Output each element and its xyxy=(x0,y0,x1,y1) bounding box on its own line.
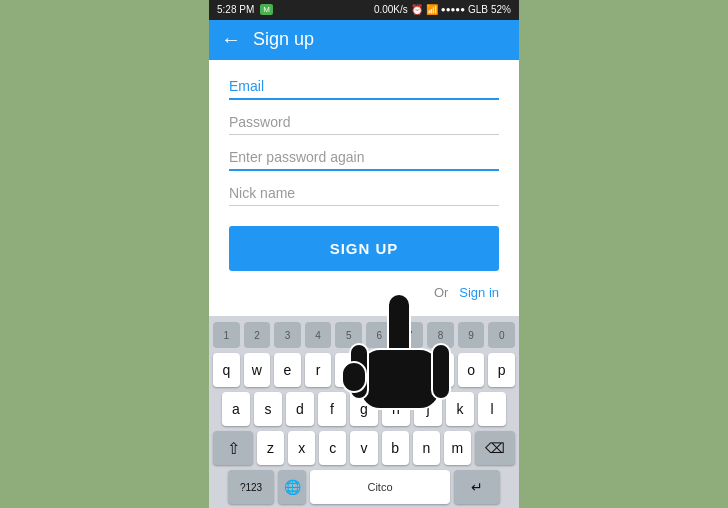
key-8[interactable]: 8 xyxy=(427,322,454,348)
key-9[interactable]: 9 xyxy=(458,322,485,348)
shift-key[interactable]: ⇧ xyxy=(213,431,253,465)
alarm-icon: ⏰ xyxy=(411,4,423,15)
message-icon: M xyxy=(260,4,273,15)
key-6[interactable]: 6 xyxy=(366,322,393,348)
password-input[interactable] xyxy=(229,106,499,135)
nickname-field-group xyxy=(229,177,499,206)
status-left: 5:28 PM M xyxy=(217,4,273,15)
confirm-password-input[interactable] xyxy=(229,141,499,171)
key-5[interactable]: 5 xyxy=(335,322,362,348)
key-a[interactable]: a xyxy=(222,392,250,426)
qwerty-row: q w e r t y u i o p xyxy=(213,353,515,387)
wifi-icon: 📶 xyxy=(426,4,438,15)
key-w[interactable]: w xyxy=(244,353,271,387)
zxcv-row: ⇧ z x c v b n m ⌫ xyxy=(213,431,515,465)
bottom-row: ?123 🌐 Citco ↵ xyxy=(213,470,515,504)
key-4[interactable]: 4 xyxy=(305,322,332,348)
space-key[interactable]: Citco xyxy=(310,470,450,504)
password-field-group xyxy=(229,106,499,135)
key-3[interactable]: 3 xyxy=(274,322,301,348)
key-f[interactable]: f xyxy=(318,392,346,426)
back-button[interactable]: ← xyxy=(221,28,241,51)
number-row: 1 2 3 4 5 6 7 8 9 0 xyxy=(213,322,515,348)
signin-row: Or Sign in xyxy=(229,285,499,300)
signin-link[interactable]: Sign in xyxy=(459,285,499,300)
battery: 52% xyxy=(491,4,511,15)
signup-button[interactable]: SIGN UP xyxy=(229,226,499,271)
key-p[interactable]: p xyxy=(488,353,515,387)
key-x[interactable]: x xyxy=(288,431,315,465)
key-l[interactable]: l xyxy=(478,392,506,426)
return-key[interactable]: ↵ xyxy=(454,470,500,504)
key-2[interactable]: 2 xyxy=(244,322,271,348)
nickname-input[interactable] xyxy=(229,177,499,206)
keyboard-area: 1 2 3 4 5 6 7 8 9 0 q w e r t y u i o p … xyxy=(209,316,519,508)
signal-icon: ●●●●● xyxy=(441,5,465,14)
key-s[interactable]: s xyxy=(254,392,282,426)
key-m[interactable]: m xyxy=(444,431,471,465)
key-e[interactable]: e xyxy=(274,353,301,387)
key-c[interactable]: c xyxy=(319,431,346,465)
time: 5:28 PM xyxy=(217,4,254,15)
status-right: 0.00K/s ⏰ 📶 ●●●●● GLB 52% xyxy=(374,4,511,15)
symbol-key[interactable]: ?123 xyxy=(228,470,274,504)
phone-frame: 5:28 PM M 0.00K/s ⏰ 📶 ●●●●● GLB 52% ← Si… xyxy=(209,0,519,508)
page-title: Sign up xyxy=(253,29,314,50)
key-o[interactable]: o xyxy=(458,353,485,387)
delete-key[interactable]: ⌫ xyxy=(475,431,515,465)
or-text: Or xyxy=(434,285,448,300)
key-b[interactable]: b xyxy=(382,431,409,465)
key-q[interactable]: q xyxy=(213,353,240,387)
key-u[interactable]: u xyxy=(397,353,424,387)
key-g[interactable]: g xyxy=(350,392,378,426)
confirm-password-field-group xyxy=(229,141,499,171)
key-y[interactable]: y xyxy=(366,353,393,387)
key-v[interactable]: v xyxy=(350,431,377,465)
form-area: SIGN UP Or Sign in xyxy=(209,60,519,316)
key-r[interactable]: r xyxy=(305,353,332,387)
key-k[interactable]: k xyxy=(446,392,474,426)
key-d[interactable]: d xyxy=(286,392,314,426)
network-speed: 0.00K/s xyxy=(374,4,408,15)
top-bar: ← Sign up xyxy=(209,20,519,60)
key-z[interactable]: z xyxy=(257,431,284,465)
email-input[interactable] xyxy=(229,70,499,100)
key-n[interactable]: n xyxy=(413,431,440,465)
email-field-group xyxy=(229,70,499,100)
status-bar: 5:28 PM M 0.00K/s ⏰ 📶 ●●●●● GLB 52% xyxy=(209,0,519,20)
globe-key[interactable]: 🌐 xyxy=(278,470,306,504)
key-0[interactable]: 0 xyxy=(488,322,515,348)
key-j[interactable]: j xyxy=(414,392,442,426)
key-h[interactable]: h xyxy=(382,392,410,426)
key-t[interactable]: t xyxy=(335,353,362,387)
key-7[interactable]: 7 xyxy=(397,322,424,348)
asdf-row: a s d f g h j k l xyxy=(213,392,515,426)
carrier: GLB xyxy=(468,4,488,15)
key-1[interactable]: 1 xyxy=(213,322,240,348)
key-i[interactable]: i xyxy=(427,353,454,387)
